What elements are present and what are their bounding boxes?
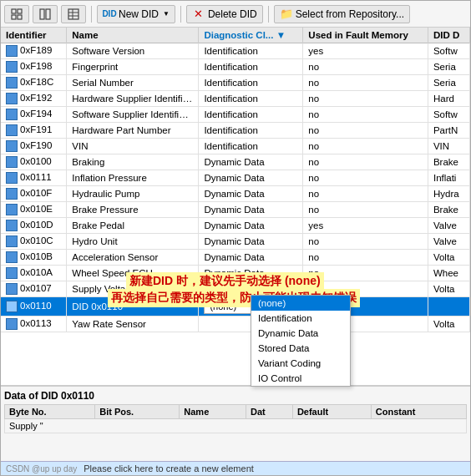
table-row[interactable]: 0xF190 VIN Identification no VIN (1, 139, 470, 154)
cell-did: Volta (428, 250, 469, 266)
table-row[interactable]: 0x010D Brake Pedal Dynamic Data yes Valv… (1, 218, 470, 234)
col-name: Name (180, 405, 246, 419)
main-window: DID New DID ▼ ✕ Delete DID 📁 Select from… (0, 0, 471, 476)
cell-id: 0x010C (1, 234, 67, 250)
diagnostic-class-dropdown[interactable]: (none) Identification Dynamic Data Store… (251, 295, 351, 387)
cell-id: 0xF189 (1, 43, 67, 59)
cell-class: Dynamic Data (199, 154, 303, 170)
table-row[interactable]: 0xF194 Software Supplier Identification … (1, 107, 470, 123)
cell-did: Hydra (428, 186, 469, 202)
cell-id: 0x0113 (1, 316, 67, 332)
dropdown-option-io[interactable]: IO Control (251, 371, 350, 386)
cell-name: Brake Pressure (67, 202, 199, 218)
new-did-button[interactable]: DID New DID ▼ (97, 5, 175, 23)
table-row[interactable]: 0xF192 Hardware Supplier Identification … (1, 91, 470, 107)
delete-did-button[interactable]: ✕ Delete DID (186, 5, 263, 23)
cell-name: Brake Pedal (67, 218, 199, 234)
cell-class: Identification (199, 75, 303, 91)
cell-id: 0x0107 (1, 281, 67, 297)
table-row[interactable]: 0x0111 Inflation Pressure Dynamic Data n… (1, 170, 470, 186)
cell-did: VIN (428, 139, 469, 154)
col-did-d: DID D (428, 28, 469, 43)
cell-used: no (303, 250, 428, 266)
bottom-table: Byte No. Bit Pos. Name Dat Default Const… (4, 404, 467, 433)
table-icon (67, 8, 80, 21)
table-row[interactable]: 0xF18C Serial Number Identification no S… (1, 75, 470, 91)
cell-name: VIN (67, 139, 199, 154)
table-row[interactable]: 0x010E Brake Pressure Dynamic Data no Br… (1, 202, 470, 218)
grid-view-button[interactable] (4, 5, 29, 23)
cell-did: Valve (428, 234, 469, 250)
select-repo-button[interactable]: 📁 Select from Repository... (274, 5, 411, 23)
table-row[interactable]: 0x010C Hydro Unit Dynamic Data no Valve (1, 234, 470, 250)
table-row[interactable]: 0x010F Hydraulic Pump Dynamic Data no Hy… (1, 186, 470, 202)
cell-used: no (303, 123, 428, 139)
cell-name: Software Version (67, 43, 199, 59)
cell-name: Hydro Unit (67, 234, 199, 250)
cell-did: Seria (428, 59, 469, 75)
split-view-button[interactable] (33, 5, 58, 23)
table-view-button[interactable] (61, 5, 86, 23)
cell-class: Dynamic Data (199, 234, 303, 250)
svg-rect-5 (46, 9, 50, 19)
table-row[interactable]: 0x0110 DID 0x0110 (none) ▼ no (1, 297, 470, 316)
cell-did: Volta (428, 281, 469, 297)
svg-rect-3 (18, 15, 22, 19)
table-row[interactable]: 0x010B Acceleration Sensor Dynamic Data … (1, 250, 470, 266)
cell-class: Dynamic Data (199, 202, 303, 218)
cell-id: 0x010E (1, 202, 67, 218)
table-row[interactable]: 0xF198 Fingerprint Identification no Ser… (1, 59, 470, 75)
cell-name: Hydraulic Pump (67, 186, 199, 202)
cell-class: Dynamic Data (199, 170, 303, 186)
cell-name: DID 0x0110 (67, 297, 199, 316)
cell-id: 0xF191 (1, 123, 67, 139)
cell-name: Supply Voltage ECU (67, 281, 199, 297)
cell-id: 0x0111 (1, 170, 67, 186)
supply-text: Supply " (5, 419, 467, 433)
status-message: Please click here to create a new elemen… (84, 463, 254, 473)
svg-rect-6 (68, 9, 78, 19)
cell-id: 0xF194 (1, 107, 67, 123)
cell-id: 0xF18C (1, 75, 67, 91)
new-did-label: New DID (119, 8, 159, 20)
cell-used: no (303, 107, 428, 123)
csdn-label: CSDN @up up day (6, 464, 77, 473)
new-did-dropdown-arrow: ▼ (163, 10, 170, 18)
cell-used: no (303, 154, 428, 170)
select-repo-label: Select from Repository... (296, 8, 405, 20)
cell-used: no (303, 75, 428, 91)
bottom-table-header: Byte No. Bit Pos. Name Dat Default Const… (5, 405, 467, 419)
toolbar: DID New DID ▼ ✕ Delete DID 📁 Select from… (1, 1, 470, 28)
dropdown-option-identification[interactable]: Identification (251, 311, 350, 326)
cell-used: no (303, 170, 428, 186)
dropdown-option-stored[interactable]: Stored Data (251, 341, 350, 356)
cell-name: Yaw Rate Sensor (67, 316, 199, 332)
table-row[interactable]: 0x010A Wheel Speed ECU Dynamic Data no W… (1, 266, 470, 281)
cell-did: Softw (428, 43, 469, 59)
cell-did: Softw (428, 107, 469, 123)
cell-used: no (303, 186, 428, 202)
col-default: Default (292, 405, 371, 419)
table-row[interactable]: 0x0113 Yaw Rate Sensor ho Volta (1, 316, 470, 332)
dropdown-option-none[interactable]: (none) (251, 296, 350, 311)
cell-used: no (303, 139, 428, 154)
table-header-row: Identifier Name Diagnostic Cl... ▼ Used … (1, 28, 470, 43)
table-row[interactable]: 0xF189 Software Version Identification y… (1, 43, 470, 59)
svg-rect-4 (40, 9, 44, 19)
cell-class: Identification (199, 139, 303, 154)
cell-used: no (303, 202, 428, 218)
table-row[interactable]: 0x0107 Supply Voltage ECU Dynamic Data n… (1, 281, 470, 297)
col-used-fault-memory: Used in Fault Memory (303, 28, 428, 43)
cell-id: 0x010D (1, 218, 67, 234)
separator-3 (268, 6, 269, 23)
cell-class: Identification (199, 107, 303, 123)
dropdown-option-dynamic[interactable]: Dynamic Data (251, 326, 350, 341)
status-bar: CSDN @up up day Please click here to cre… (1, 461, 470, 475)
table-row[interactable]: 0xF191 Hardware Part Number Identificati… (1, 123, 470, 139)
cell-id: 0xF192 (1, 91, 67, 107)
col-identifier: Identifier (1, 28, 67, 43)
table-row[interactable]: 0x0100 Braking Dynamic Data no Brake (1, 154, 470, 170)
cell-name: Hardware Part Number (67, 123, 199, 139)
cell-name: Wheel Speed ECU (67, 266, 199, 281)
dropdown-option-variant[interactable]: Variant Coding (251, 356, 350, 371)
